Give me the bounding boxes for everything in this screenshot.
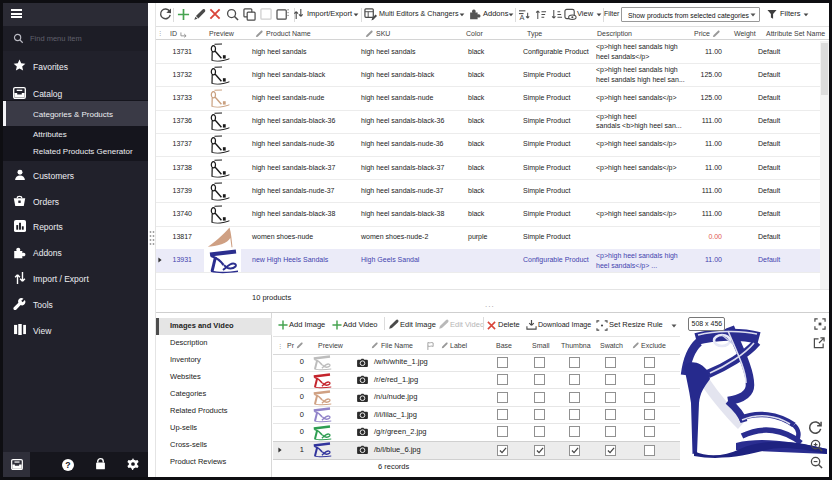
svg-text:?: ? <box>65 460 70 470</box>
svg-text:A: A <box>519 12 524 21</box>
